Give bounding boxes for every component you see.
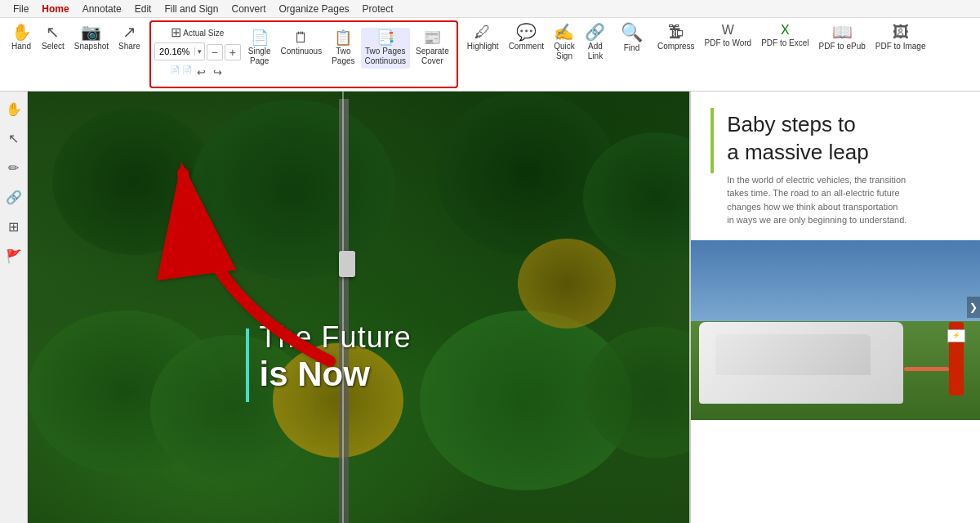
- continuous-label: Continuous: [281, 47, 323, 56]
- menu-convert[interactable]: Convert: [225, 2, 272, 16]
- single-page-label: SinglePage: [248, 47, 271, 66]
- zoom-in-button[interactable]: +: [225, 44, 241, 60]
- pdf-to-word-button[interactable]: W PDF to Word: [701, 21, 756, 51]
- menu-bar: File Home Annotate Edit Fill and Sign Co…: [0, 0, 980, 18]
- page-icon-1: 📄: [170, 65, 180, 79]
- pdf-to-image-label: PDF to Image: [875, 42, 926, 51]
- menu-fill-sign[interactable]: Fill and Sign: [158, 2, 225, 16]
- car-vehicle: [339, 251, 355, 277]
- charger-display: ⚡: [947, 329, 965, 342]
- two-pages-cont-button[interactable]: 📑 Two PagesContinuous: [361, 28, 411, 69]
- pdf-to-epub-button[interactable]: 📖 PDF to ePub: [815, 21, 870, 54]
- comment-icon: 💬: [516, 24, 537, 40]
- scroll-right-arrow[interactable]: ❯: [967, 297, 980, 318]
- actual-size-icon: ⊞: [171, 26, 181, 39]
- find-group: 🔍 Find: [613, 18, 650, 91]
- hand-button[interactable]: ✋ Hand: [7, 21, 36, 54]
- charger-cable: [904, 367, 949, 371]
- zoom-out-button[interactable]: −: [207, 44, 223, 60]
- menu-annotate[interactable]: Annotate: [76, 2, 128, 16]
- pdf-to-excel-label: PDF to Excel: [761, 38, 808, 48]
- pdf-page-right: Baby steps to a massive leap In the worl…: [689, 92, 980, 523]
- forest-background: [28, 92, 689, 523]
- two-pages-label: TwoPages: [332, 47, 354, 66]
- tree-cluster-2: [191, 100, 395, 279]
- hand-icon: ✋: [11, 24, 32, 40]
- select-label: Select: [42, 42, 65, 51]
- separate-cover-icon: 📰: [423, 30, 441, 45]
- undo-redo-row: 📄 📄 ↩ ↪: [170, 65, 225, 79]
- menu-edit[interactable]: Edit: [128, 2, 158, 16]
- add-link-button[interactable]: 🔗 AddLink: [581, 21, 610, 64]
- ribbon: ✋ Hand ↖ Select 📷 Snapshot ↗ Share ⊞ Act…: [0, 18, 980, 92]
- teal-accent-line: [246, 329, 249, 402]
- menu-file[interactable]: File: [7, 2, 35, 16]
- menu-organize[interactable]: Organize Pages: [273, 2, 356, 16]
- sidebar-flag-icon[interactable]: 🚩: [3, 245, 24, 266]
- redo-button[interactable]: ↪: [211, 65, 225, 79]
- compress-button[interactable]: 🗜 Compress: [653, 21, 699, 54]
- now-text: is Now: [260, 355, 412, 394]
- two-pages-cont-icon: 📑: [376, 30, 394, 45]
- highlight-button[interactable]: 🖊 Highlight: [463, 21, 503, 54]
- sidebar-hand-icon[interactable]: ✋: [3, 98, 24, 119]
- pdf-word-icon: W: [722, 24, 734, 37]
- markup-group: 🖊 Highlight 💬 Comment ✍ QuickSign 🔗 AddL…: [460, 18, 613, 91]
- pdf-excel-icon: X: [781, 24, 790, 37]
- find-icon: 🔍: [621, 24, 643, 42]
- comment-button[interactable]: 💬 Comment: [505, 21, 548, 54]
- compress-label: Compress: [657, 42, 695, 51]
- tree-cluster-autumn-2: [518, 239, 616, 329]
- pdf-page-left: The Future is Now: [28, 92, 689, 523]
- zoom-dropdown-arrow[interactable]: ▾: [194, 47, 204, 56]
- quick-sign-icon: ✍: [554, 24, 574, 40]
- add-link-label: AddLink: [588, 42, 603, 61]
- undo-button[interactable]: ↩: [194, 65, 208, 79]
- sidebar-link-icon[interactable]: 🔗: [3, 186, 24, 208]
- headline-line2: a massive leap: [727, 139, 960, 167]
- view-group-highlighted: ⊞ Actual Size ▾ − + 📄 📄 ↩ ↪: [149, 20, 458, 88]
- zoom-input[interactable]: [155, 47, 194, 56]
- sidebar-cursor-icon[interactable]: ↖: [3, 127, 24, 149]
- sidebar-pencil-icon[interactable]: ✏: [3, 157, 24, 178]
- cursor-icon: ↖: [46, 24, 60, 40]
- menu-home[interactable]: Home: [35, 2, 75, 16]
- continuous-icon: 🗒: [294, 30, 309, 45]
- right-page-top: Baby steps to a massive leap In the worl…: [691, 92, 980, 240]
- pdf-to-excel-button[interactable]: X PDF to Excel: [757, 21, 813, 51]
- menu-protect[interactable]: Protect: [356, 2, 400, 16]
- quick-sign-button[interactable]: ✍ QuickSign: [550, 21, 579, 64]
- pdf-to-epub-label: PDF to ePub: [819, 42, 866, 51]
- headline-line1: Baby steps to: [727, 111, 960, 139]
- pdf-area: The Future is Now Baby steps to a massiv: [28, 92, 980, 523]
- single-page-icon: 📄: [251, 30, 269, 45]
- single-page-button[interactable]: 📄 SinglePage: [244, 28, 275, 69]
- snapshot-button[interactable]: 📷 Snapshot: [70, 21, 113, 54]
- car-roof: [715, 334, 871, 375]
- share-label: Share: [118, 42, 140, 51]
- actual-size-button[interactable]: ⊞ Actual Size: [169, 25, 225, 41]
- highlight-label: Highlight: [467, 42, 499, 51]
- two-pages-button[interactable]: 📋 TwoPages: [327, 28, 359, 69]
- green-accent-bar: [710, 108, 714, 173]
- share-icon: ↗: [122, 24, 136, 40]
- two-pages-cont-label: Two PagesContinuous: [365, 47, 407, 66]
- quick-sign-label: QuickSign: [554, 42, 575, 61]
- separate-cover-label: SeparateCover: [416, 47, 449, 66]
- find-label: Find: [624, 43, 639, 53]
- page-icon-2: 📄: [182, 65, 192, 79]
- two-pages-icon: 📋: [334, 30, 352, 45]
- continuous-button[interactable]: 🗒 Continuous: [277, 28, 327, 59]
- comment-label: Comment: [509, 42, 544, 51]
- find-button[interactable]: 🔍 Find: [617, 21, 647, 56]
- share-button[interactable]: ↗ Share: [114, 21, 145, 54]
- pdf-to-image-button[interactable]: 🖼 PDF to Image: [871, 21, 930, 54]
- zoom-control[interactable]: ▾: [154, 42, 205, 60]
- select-button[interactable]: ↖ Select: [38, 21, 69, 54]
- separate-cover-button[interactable]: 📰 SeparateCover: [412, 28, 453, 69]
- right-headline: Baby steps to a massive leap: [710, 108, 960, 167]
- actual-size-label: Actual Size: [183, 29, 224, 38]
- add-link-icon: 🔗: [585, 24, 605, 40]
- sidebar-layers-icon[interactable]: ⊞: [3, 216, 24, 237]
- car-image-area: ⚡: [691, 240, 980, 420]
